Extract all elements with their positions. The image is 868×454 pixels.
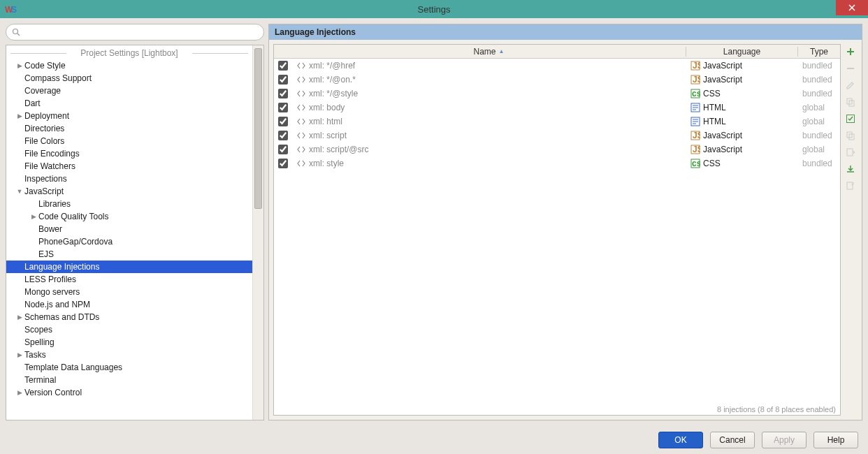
row-checkbox-cell [274, 103, 292, 112]
tree-item-terminal[interactable]: Terminal [6, 374, 252, 386]
col-type[interactable]: Type [798, 47, 840, 57]
minus-icon [846, 64, 855, 73]
apply-button[interactable]: Apply [762, 432, 806, 448]
tree-item-inspections[interactable]: Inspections [6, 173, 252, 185]
search-box[interactable] [6, 24, 264, 41]
table-row[interactable]: xml: stylecssCSSbundled [274, 156, 840, 170]
expand-arrow-icon: ▶ [15, 389, 24, 396]
tree-item-compass-support[interactable]: Compass Support [6, 72, 252, 85]
edit-button[interactable] [844, 79, 857, 91]
tree-item-scopes[interactable]: Scopes [6, 323, 252, 336]
search-input[interactable] [23, 27, 258, 37]
row-checkbox-cell [274, 131, 292, 140]
tree-item-code-quality-tools[interactable]: ▶Code Quality Tools [6, 210, 252, 223]
expand-arrow-icon: ▶ [15, 112, 24, 119]
table-row[interactable]: xml: bodyHTMLglobal [274, 101, 840, 115]
tree-item-code-style[interactable]: ▶Code Style [6, 59, 252, 72]
duplicate-button[interactable] [844, 129, 857, 142]
row-type: global [798, 103, 840, 112]
row-name: xml: script [292, 131, 686, 140]
tree-item-coverage[interactable]: Coverage [6, 85, 252, 97]
tree-item-less-profiles[interactable]: LESS Profiles [6, 273, 252, 286]
svg-text:css: css [692, 159, 700, 168]
tree-item-file-encodings[interactable]: File Encodings [6, 147, 252, 160]
row-name: xml: style [292, 159, 686, 168]
scrollbar-thumb[interactable] [254, 48, 262, 209]
expand-arrow-icon: ▶ [15, 62, 24, 69]
tree-item-node-js-and-npm[interactable]: Node.js and NPM [6, 298, 252, 311]
row-checkbox[interactable] [278, 61, 288, 71]
tree-item-tasks[interactable]: ▶Tasks [6, 349, 252, 361]
tree-item-ejs[interactable]: EJS [6, 248, 252, 261]
tree-item-label: JavaScript [24, 186, 64, 196]
row-checkbox[interactable] [278, 75, 288, 85]
row-checkbox[interactable] [278, 103, 288, 112]
col-language[interactable]: Language [686, 47, 798, 57]
tree-item-deployment[interactable]: ▶Deployment [6, 110, 252, 122]
add-button[interactable] [844, 45, 857, 58]
help-button[interactable]: Help [813, 432, 858, 448]
row-name: xml: script/@src [292, 145, 686, 154]
tree-item-label: PhoneGap/Cordova [38, 237, 113, 247]
plus-icon [846, 47, 855, 57]
sort-asc-icon: ▲ [499, 48, 505, 54]
export-button[interactable] [844, 180, 857, 192]
tree-item-javascript[interactable]: ▼JavaScript [6, 185, 252, 198]
move-button[interactable] [844, 146, 857, 159]
tree-item-label: Libraries [38, 199, 71, 209]
import-button[interactable] [844, 163, 857, 175]
cancel-button[interactable]: Cancel [710, 432, 755, 448]
pencil-icon [846, 80, 855, 90]
row-checkbox[interactable] [278, 131, 288, 140]
table-row[interactable]: xml: scriptJSJavaScriptbundled [274, 129, 840, 142]
tree-item-file-colors[interactable]: File Colors [6, 135, 252, 147]
row-language: JSJavaScript [686, 145, 798, 154]
row-checkbox[interactable] [278, 89, 288, 98]
row-type: bundled [798, 159, 840, 168]
row-checkbox[interactable] [278, 117, 288, 126]
row-checkbox-cell [274, 145, 292, 154]
copy-button[interactable] [844, 96, 857, 108]
svg-line-3 [17, 34, 20, 36]
remove-button[interactable] [844, 62, 857, 75]
tree-item-mongo-servers[interactable]: Mongo servers [6, 286, 252, 298]
table-row[interactable]: xml: */@on.*JSJavaScriptbundled [274, 73, 840, 87]
tree-item-label: File Watchers [24, 161, 75, 171]
row-checkbox[interactable] [278, 145, 288, 154]
row-checkbox[interactable] [278, 159, 288, 168]
expand-arrow-icon: ▶ [15, 314, 24, 321]
tree-item-libraries[interactable]: Libraries [6, 198, 252, 210]
row-language: cssCSS [686, 89, 798, 98]
checklist-icon [846, 114, 855, 124]
tree-item-label: Language Injections [24, 262, 99, 272]
enable-button[interactable] [844, 112, 857, 125]
col-name[interactable]: Name▲ [292, 47, 686, 57]
table-row[interactable]: xml: script/@srcJSJavaScriptglobal [274, 142, 840, 156]
tree-item-label: Code Quality Tools [38, 212, 109, 221]
table-row[interactable]: xml: htmlHTMLglobal [274, 115, 840, 129]
table-toolbar [844, 44, 858, 416]
tree-item-template-data-languages[interactable]: Template Data Languages [6, 361, 252, 374]
tree-item-directories[interactable]: Directories [6, 122, 252, 135]
search-icon [12, 28, 20, 36]
row-type: bundled [798, 75, 840, 85]
table-row[interactable]: xml: */@stylecssCSSbundled [274, 87, 840, 101]
tree-item-schemas-and-dtds[interactable]: ▶Schemas and DTDs [6, 311, 252, 323]
tree-item-spelling[interactable]: Spelling [6, 336, 252, 349]
close-button[interactable] [836, 0, 868, 15]
ok-button[interactable]: OK [658, 432, 703, 448]
tree-item-label: Version Control [24, 388, 82, 397]
tree-item-label: Coverage [24, 86, 61, 96]
table-row[interactable]: xml: */@hrefJSJavaScriptbundled [274, 59, 840, 73]
tree-item-phonegap-cordova[interactable]: PhoneGap/Cordova [6, 235, 252, 248]
settings-window: WS Settings Project Settings [Lightbox]▶… [0, 0, 868, 454]
settings-tree[interactable]: Project Settings [Lightbox]▶Code StyleCo… [6, 45, 252, 420]
tree-item-version-control[interactable]: ▶Version Control [6, 386, 252, 399]
tree-item-dart[interactable]: Dart [6, 97, 252, 110]
injections-table: Name▲ Language Type xml: */@hrefJSJavaSc… [273, 44, 841, 416]
tree-item-language-injections[interactable]: Language Injections [6, 261, 252, 273]
tree-item-bower[interactable]: Bower [6, 223, 252, 235]
tree-item-file-watchers[interactable]: File Watchers [6, 160, 252, 173]
row-language: HTML [686, 103, 798, 112]
tree-scrollbar[interactable] [252, 45, 263, 420]
